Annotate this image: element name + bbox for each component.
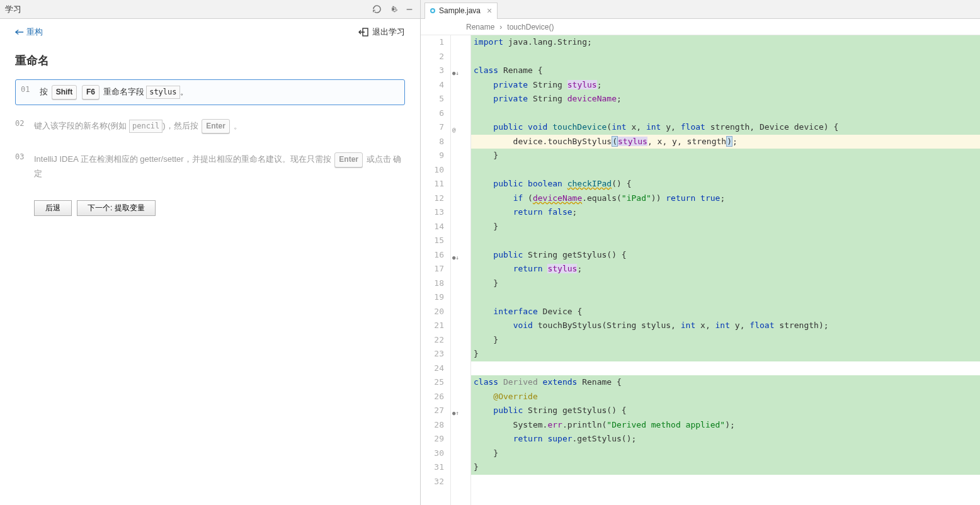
learn-content: 重构 退出学习 重命名 01 按 Shift F6 重命名字段 stylus。 … — [0, 19, 420, 505]
line-number: 27 — [421, 404, 444, 418]
code-line[interactable]: } — [471, 149, 980, 163]
line-number: 22 — [421, 333, 444, 348]
line-number: 20 — [421, 305, 444, 319]
code-line[interactable] — [471, 361, 980, 376]
editor-panel: Sample.java × Rename › touchDevice() 123… — [421, 0, 980, 505]
chevron-right-icon: › — [499, 23, 502, 31]
code-line[interactable]: } — [471, 446, 980, 461]
code-line[interactable]: public String getStylus() { — [471, 248, 980, 263]
code-line[interactable]: return super.getStylus(); — [471, 432, 980, 446]
learn-title: 学习 — [5, 4, 21, 15]
learn-panel: 学习 重构 退出学习 — [0, 0, 421, 505]
line-number: 21 — [421, 319, 444, 333]
code-line[interactable]: return stylus; — [471, 262, 980, 276]
line-number: 24 — [421, 361, 444, 376]
lesson-title: 重命名 — [15, 53, 405, 68]
code-line[interactable]: if (deviceName.equals("iPad")) return tr… — [471, 191, 980, 206]
step-2: 02 键入该字段的新名称(例如 pencil)，然后按 Enter 。 — [15, 114, 405, 139]
marker-column: ●↓@●↓●↑ — [451, 35, 462, 505]
line-number: 19 — [421, 290, 444, 305]
line-number: 4 — [421, 78, 444, 93]
breadcrumb-class[interactable]: Rename — [466, 23, 494, 31]
learn-header: 学习 — [0, 0, 420, 19]
line-number: 12 — [421, 191, 444, 206]
line-number: 2 — [421, 50, 444, 64]
line-number: 17 — [421, 262, 444, 276]
breadcrumb: Rename › touchDevice() — [421, 19, 980, 35]
gear-icon[interactable] — [387, 4, 399, 15]
step-3: 03 IntelliJ IDEA 正在检测相应的 getter/setter，并… — [15, 147, 405, 185]
gutter-marker-icon[interactable]: @ — [452, 123, 455, 137]
line-number: 8 — [421, 135, 444, 149]
fold-column — [462, 35, 471, 505]
code-line[interactable]: private String stylus; — [471, 78, 980, 93]
tab-bar: Sample.java × — [421, 0, 980, 19]
code-line[interactable]: public void touchDevice(int x, int y, fl… — [471, 120, 980, 135]
step-num: 01 — [21, 85, 32, 94]
code-line[interactable]: } — [471, 333, 980, 348]
exit-label: 退出学习 — [372, 26, 405, 38]
code-line[interactable]: System.err.println("Derived method appli… — [471, 418, 980, 433]
code-line[interactable]: class Derived extends Rename { — [471, 375, 980, 390]
code-line[interactable]: return false; — [471, 205, 980, 220]
line-number: 16 — [421, 248, 444, 263]
next-button[interactable]: 下一个: 提取变量 — [77, 200, 156, 216]
gutter-marker-icon[interactable]: ●↓ — [452, 251, 459, 265]
exit-learn-button[interactable]: 退出学习 — [358, 26, 405, 38]
code-line[interactable]: interface Device { — [471, 305, 980, 319]
step-num: 03 — [15, 152, 26, 161]
line-number: 23 — [421, 347, 444, 361]
line-number: 28 — [421, 418, 444, 433]
line-number: 15 — [421, 234, 444, 248]
code-line[interactable] — [471, 163, 980, 178]
line-number: 30 — [421, 446, 444, 461]
java-file-icon — [430, 8, 435, 13]
code-editor[interactable]: 1234567891011121314151617181920212223242… — [421, 35, 980, 505]
code-line[interactable]: } — [471, 276, 980, 291]
code-line[interactable] — [471, 234, 980, 248]
line-number: 3 — [421, 64, 444, 78]
code-line[interactable]: } — [471, 460, 980, 475]
gutter-marker-icon[interactable]: ●↑ — [452, 406, 459, 421]
line-gutter: 1234567891011121314151617181920212223242… — [421, 35, 451, 505]
tab-filename: Sample.java — [439, 6, 481, 15]
key-f6: F6 — [82, 85, 100, 99]
minimize-icon[interactable] — [404, 4, 415, 15]
line-number: 6 — [421, 106, 444, 121]
key-enter: Enter — [202, 119, 230, 133]
key-enter: Enter — [334, 152, 363, 167]
code-line[interactable]: public boolean checkIPad() { — [471, 177, 980, 191]
line-number: 26 — [421, 390, 444, 404]
code-line[interactable] — [471, 50, 980, 64]
back-label: 重构 — [26, 26, 43, 38]
line-number: 18 — [421, 276, 444, 291]
code-line[interactable]: void touchByStylus(String stylus, int x,… — [471, 319, 980, 333]
line-number: 5 — [421, 92, 444, 106]
code-line[interactable]: public String getStylus() { — [471, 404, 980, 418]
line-number: 32 — [421, 475, 444, 489]
breadcrumb-method[interactable]: touchDevice() — [507, 23, 554, 31]
close-icon[interactable]: × — [487, 6, 492, 16]
code-line[interactable] — [471, 475, 980, 489]
line-number: 7 — [421, 120, 444, 135]
back-link[interactable]: 重构 — [15, 26, 43, 38]
code-line[interactable]: class Rename { — [471, 64, 980, 78]
gutter-marker-icon[interactable]: ●↓ — [452, 66, 459, 81]
line-number: 29 — [421, 432, 444, 446]
code-line[interactable]: @Override — [471, 390, 980, 404]
code-line[interactable] — [471, 290, 980, 305]
key-shift: Shift — [52, 85, 77, 99]
code-line[interactable]: } — [471, 347, 980, 361]
line-number: 11 — [421, 177, 444, 191]
back-button[interactable]: 后退 — [34, 200, 72, 216]
line-number: 25 — [421, 375, 444, 390]
refresh-icon[interactable] — [371, 4, 382, 15]
editor-tab[interactable]: Sample.java × — [424, 3, 498, 19]
code-line[interactable]: private String deviceName; — [471, 92, 980, 106]
line-number: 14 — [421, 220, 444, 234]
code-line[interactable]: import java.lang.String; — [471, 35, 980, 50]
code-line[interactable]: } — [471, 220, 980, 234]
code-line[interactable]: device.touchByStylus(stylus, x, y, stren… — [471, 135, 980, 149]
code-area[interactable]: import java.lang.String;class Rename { p… — [471, 35, 980, 505]
code-line[interactable] — [471, 106, 980, 121]
